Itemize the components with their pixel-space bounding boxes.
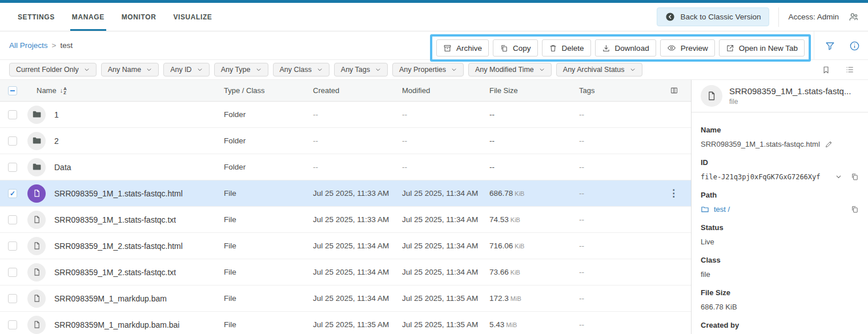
table-row[interactable]: 1 Folder -- -- -- -- ⋮ bbox=[0, 102, 691, 128]
table-row[interactable]: SRR098359_1M_1.stats-fastqc.html File Ju… bbox=[0, 180, 691, 207]
row-checkbox[interactable] bbox=[8, 320, 17, 329]
copy-icon[interactable] bbox=[850, 205, 859, 214]
row-checkbox[interactable] bbox=[8, 163, 17, 172]
table-row[interactable]: 2 Folder -- -- -- -- ⋮ bbox=[0, 128, 691, 154]
row-name[interactable]: SRR098359_1M_1.stats-fastqc.txt bbox=[54, 215, 176, 224]
path-link[interactable]: test / bbox=[714, 205, 730, 214]
download-button[interactable]: Download bbox=[595, 39, 656, 57]
filter-chip-any-tags[interactable]: Any Tags bbox=[334, 63, 388, 77]
row-name[interactable]: SRR098359M_1_markdup.bam bbox=[54, 294, 167, 303]
row-name[interactable]: SRR098359_1M_1.stats-fastqc.html bbox=[54, 189, 183, 198]
copy-icon[interactable] bbox=[850, 172, 859, 181]
row-name[interactable]: 1 bbox=[54, 110, 59, 119]
filter-chip-label: Any Tags bbox=[341, 66, 370, 74]
copy-button[interactable]: Copy bbox=[493, 39, 538, 57]
row-modified: Jul 25 2025, 11:34 AM bbox=[402, 215, 489, 224]
row-checkbox[interactable] bbox=[8, 294, 17, 303]
columns-settings-icon[interactable] bbox=[670, 86, 678, 95]
chevron-down-icon[interactable] bbox=[835, 173, 842, 180]
row-checkbox[interactable] bbox=[8, 215, 17, 224]
filter-chip-label: Any Archival Status bbox=[563, 66, 625, 74]
row-tags: -- bbox=[579, 320, 659, 329]
back-to-classic-button[interactable]: Back to Classic Version bbox=[657, 7, 769, 26]
row-name[interactable]: 2 bbox=[54, 136, 59, 146]
sort-icon[interactable]: ↓ AZ bbox=[60, 87, 67, 95]
folder-icon bbox=[27, 132, 46, 150]
filter-chip-any-name[interactable]: Any Name bbox=[101, 63, 159, 77]
filter-bar: Current Folder OnlyAny NameAny IDAny Typ… bbox=[0, 60, 868, 80]
filter-chip-any-modified-time[interactable]: Any Modified Time bbox=[468, 63, 552, 77]
chevron-down-icon bbox=[539, 67, 545, 73]
row-name[interactable]: Data bbox=[54, 163, 71, 172]
column-header-name[interactable]: Name bbox=[37, 86, 57, 95]
details-subtitle: file bbox=[729, 98, 851, 106]
breadcrumb-all-projects-link[interactable]: All Projects bbox=[9, 41, 48, 50]
filter-chip-any-id[interactable]: Any ID bbox=[163, 63, 210, 77]
top-nav: SETTINGSMANAGEMONITORVISUALIZE Back to C… bbox=[0, 3, 868, 31]
detail-field-id: IDfile-J21q3pj0xFqGK7GxG7266Xyf bbox=[701, 158, 859, 181]
table-row[interactable]: SRR098359_1M_1.stats-fastqc.txt File Jul… bbox=[0, 207, 691, 233]
edit-pencil-icon[interactable] bbox=[825, 140, 833, 148]
row-checkbox[interactable] bbox=[8, 189, 17, 198]
row-checkbox[interactable] bbox=[8, 110, 17, 119]
detail-field-class: Classfile bbox=[701, 256, 859, 279]
column-header-created[interactable]: Created bbox=[313, 86, 402, 95]
bookmark-icon[interactable] bbox=[822, 66, 830, 74]
filter-chip-current-folder-only[interactable]: Current Folder Only bbox=[9, 63, 97, 77]
preview-button[interactable]: Preview bbox=[660, 39, 715, 57]
filter-chip-any-class[interactable]: Any Class bbox=[273, 63, 329, 77]
table-row[interactable]: SRR098359M_1_markdup.bam File Jul 25 202… bbox=[0, 285, 691, 312]
column-header-tags[interactable]: Tags bbox=[579, 86, 659, 95]
delete-button[interactable]: Delete bbox=[542, 39, 591, 57]
column-header-modified[interactable]: Modified bbox=[402, 86, 489, 95]
row-modified: -- bbox=[402, 136, 489, 145]
tab-visualize[interactable]: VISUALIZE bbox=[164, 3, 220, 31]
detail-label: File Size bbox=[701, 288, 859, 297]
detail-label: ID bbox=[701, 158, 859, 167]
row-filesize: -- bbox=[489, 136, 579, 145]
toolbar-row: All Projects > test ArchiveCopyDeleteDow… bbox=[0, 31, 868, 60]
details-header: SRR098359_1M_1.stats-fastq... file bbox=[692, 80, 868, 112]
list-view-icon[interactable] bbox=[845, 65, 854, 74]
row-type: Folder bbox=[224, 136, 313, 145]
tab-monitor[interactable]: MONITOR bbox=[113, 3, 165, 31]
tab-manage[interactable]: MANAGE bbox=[63, 3, 113, 31]
filter-chip-any-archival-status[interactable]: Any Archival Status bbox=[556, 63, 642, 77]
row-type: File bbox=[224, 268, 313, 276]
members-icon[interactable] bbox=[848, 11, 859, 22]
select-all-checkbox[interactable] bbox=[8, 86, 17, 95]
row-name[interactable]: SRR098359_1M_2.stats-fastqc.html bbox=[54, 242, 183, 251]
filter-chip-any-properties[interactable]: Any Properties bbox=[392, 63, 464, 77]
archive-button[interactable]: Archive bbox=[436, 39, 489, 57]
row-tags: -- bbox=[579, 163, 659, 171]
row-name[interactable]: SRR098359_1M_2.stats-fastqc.txt bbox=[54, 268, 176, 277]
details-title: SRR098359_1M_1.stats-fastq... bbox=[729, 86, 851, 96]
row-name[interactable]: SRR098359M_1_markdup.bam.bai bbox=[54, 320, 179, 329]
table-row[interactable]: SRR098359M_1_markdup.bam.bai File Jul 25… bbox=[0, 312, 691, 334]
table-row[interactable]: Data Folder -- -- -- -- ⋮ bbox=[0, 154, 691, 180]
file-table: Name ↓ AZ Type / Class Created Modified … bbox=[0, 80, 691, 334]
row-tags: -- bbox=[579, 110, 659, 119]
row-menu-icon[interactable]: ⋮ bbox=[669, 188, 678, 198]
row-checkbox[interactable] bbox=[8, 136, 17, 146]
column-header-type[interactable]: Type / Class bbox=[224, 86, 313, 95]
table-header: Name ↓ AZ Type / Class Created Modified … bbox=[0, 80, 691, 102]
tab-settings[interactable]: SETTINGS bbox=[9, 3, 63, 31]
open-in-new-tab-button[interactable]: Open in New Tab bbox=[719, 39, 805, 57]
column-header-filesize[interactable]: File Size bbox=[489, 86, 579, 95]
file-icon bbox=[27, 211, 46, 229]
row-filesize: 74.53KiB bbox=[489, 215, 579, 224]
filter-funnel-icon[interactable] bbox=[825, 41, 835, 51]
filter-chip-any-type[interactable]: Any Type bbox=[214, 63, 268, 77]
detail-value: SRR098359_1M_1.stats-fastqc.html bbox=[701, 140, 859, 148]
file-icon bbox=[27, 237, 46, 255]
file-icon bbox=[27, 263, 46, 281]
row-type: Folder bbox=[224, 163, 313, 171]
row-tags: -- bbox=[579, 215, 659, 224]
table-row[interactable]: SRR098359_1M_2.stats-fastqc.html File Ju… bbox=[0, 233, 691, 259]
breadcrumb-separator: > bbox=[52, 41, 57, 50]
info-icon[interactable] bbox=[849, 41, 860, 51]
row-checkbox[interactable] bbox=[8, 268, 17, 277]
table-row[interactable]: SRR098359_1M_2.stats-fastqc.txt File Jul… bbox=[0, 259, 691, 285]
row-checkbox[interactable] bbox=[8, 242, 17, 251]
